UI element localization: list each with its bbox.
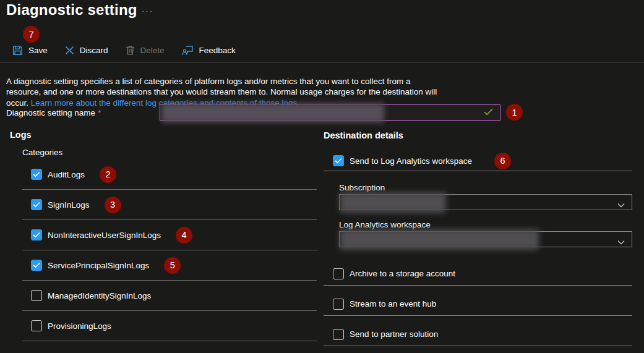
discard-label: Discard bbox=[80, 46, 108, 55]
auditlogs-label: AuditLogs bbox=[48, 170, 85, 179]
diagnostic-setting-page: Diagnostic setting ··· 7 Save Discard De… bbox=[0, 0, 644, 353]
annotation-badge-serviceprincipal: 5 bbox=[164, 257, 181, 274]
stream-event-hub-label: Stream to an event hub bbox=[350, 299, 436, 308]
send-partner-solution-label: Send to partner solution bbox=[350, 330, 438, 339]
log-categories-list: AuditLogs 2 SignInLogs 3 NonInteractiveU… bbox=[22, 159, 317, 341]
log-analytics-workspace-label: Log Analytics workspace bbox=[339, 220, 431, 229]
provisioninglogs-checkbox[interactable] bbox=[31, 320, 42, 331]
noninteractiveusersigninlogs-checkbox[interactable] bbox=[31, 229, 42, 240]
send-to-log-analytics-row: Send to Log Analytics workspace 6 bbox=[324, 151, 632, 171]
trash-icon bbox=[126, 45, 135, 55]
logs-heading: Logs bbox=[10, 130, 32, 140]
delete-button[interactable]: Delete bbox=[126, 45, 165, 55]
provisioninglogs-label: ProvisioningLogs bbox=[48, 321, 111, 331]
command-bar: Save Discard Delete Feedback bbox=[12, 41, 236, 59]
annotation-badge-name: 1 bbox=[506, 104, 523, 121]
destination-options-list: Archive to a storage account Stream to a… bbox=[324, 255, 632, 346]
feedback-label: Feedback bbox=[199, 46, 236, 55]
categories-label: Categories bbox=[22, 148, 62, 157]
annotation-badge-auditlogs: 2 bbox=[100, 166, 116, 183]
noninteractiveusersigninlogs-label: NonInteractiveUserSignInLogs bbox=[48, 231, 161, 240]
archive-storage-label: Archive to a storage account bbox=[350, 269, 455, 278]
category-row-serviceprincipalsigninlogs: ServicePrincipalSignInLogs 5 bbox=[22, 250, 317, 281]
category-row-noninteractiveusersigninlogs: NonInteractiveUserSignInLogs 4 bbox=[22, 220, 317, 250]
feedback-button[interactable]: Feedback bbox=[182, 45, 236, 56]
annotation-badge-save: 7 bbox=[23, 26, 40, 43]
feedback-person-icon bbox=[182, 45, 194, 56]
send-to-log-analytics-label: Send to Log Analytics workspace bbox=[350, 156, 472, 166]
redacted-workspace-value bbox=[340, 229, 539, 250]
category-row-signinlogs: SignInLogs 3 bbox=[22, 190, 317, 220]
save-label: Save bbox=[28, 46, 48, 55]
valid-check-icon bbox=[484, 108, 493, 117]
signinlogs-label: SignInLogs bbox=[48, 200, 90, 210]
stream-event-hub-checkbox[interactable] bbox=[333, 299, 344, 310]
destination-details-heading: Destination details bbox=[324, 130, 403, 140]
chevron-down-icon bbox=[617, 200, 625, 210]
signinlogs-checkbox[interactable] bbox=[31, 199, 42, 210]
managedidentitysigninlogs-checkbox[interactable] bbox=[31, 290, 42, 301]
discard-x-icon bbox=[65, 46, 74, 55]
annotation-badge-noninteractive: 4 bbox=[176, 227, 192, 244]
redacted-name-value bbox=[161, 103, 384, 122]
save-icon bbox=[12, 45, 23, 56]
archive-storage-row: Archive to a storage account bbox=[324, 255, 632, 286]
category-row-provisioninglogs: ProvisioningLogs bbox=[22, 311, 317, 341]
send-to-log-analytics-checkbox[interactable] bbox=[333, 155, 344, 166]
send-partner-solution-checkbox[interactable] bbox=[333, 329, 344, 340]
serviceprincipalsigninlogs-label: ServicePrincipalSignInLogs bbox=[48, 261, 149, 270]
archive-storage-checkbox[interactable] bbox=[333, 268, 344, 279]
send-partner-solution-row: Send to partner solution bbox=[324, 316, 632, 346]
chevron-down-icon bbox=[617, 237, 625, 247]
serviceprincipalsigninlogs-checkbox[interactable] bbox=[31, 260, 42, 271]
diagnostic-setting-name-input[interactable] bbox=[160, 104, 500, 121]
auditlogs-checkbox[interactable] bbox=[31, 169, 42, 180]
subscription-label: Subscription bbox=[339, 183, 385, 192]
save-button[interactable]: Save bbox=[12, 45, 48, 56]
annotation-badge-signinlogs: 3 bbox=[105, 197, 121, 213]
toolbar-divider bbox=[0, 62, 644, 62]
delete-label: Delete bbox=[140, 46, 165, 55]
redacted-subscription-value bbox=[340, 192, 446, 213]
annotation-badge-log-analytics: 6 bbox=[494, 153, 511, 169]
page-title: Diagnostic setting bbox=[6, 1, 137, 19]
log-analytics-workspace-dropdown[interactable] bbox=[339, 231, 632, 247]
required-asterisk: * bbox=[98, 108, 101, 117]
diagnostic-setting-name-label: Diagnostic setting name* bbox=[6, 108, 101, 117]
managedidentitysigninlogs-label: ManagedIdentitySignInLogs bbox=[48, 291, 151, 300]
subscription-dropdown[interactable] bbox=[339, 194, 632, 210]
more-menu-ellipsis-icon[interactable]: ··· bbox=[142, 6, 153, 15]
stream-event-hub-row: Stream to an event hub bbox=[324, 286, 632, 316]
category-row-managedidentitysigninlogs: ManagedIdentitySignInLogs bbox=[22, 281, 317, 311]
category-row-auditlogs: AuditLogs 2 bbox=[22, 159, 317, 190]
discard-button[interactable]: Discard bbox=[65, 46, 108, 55]
